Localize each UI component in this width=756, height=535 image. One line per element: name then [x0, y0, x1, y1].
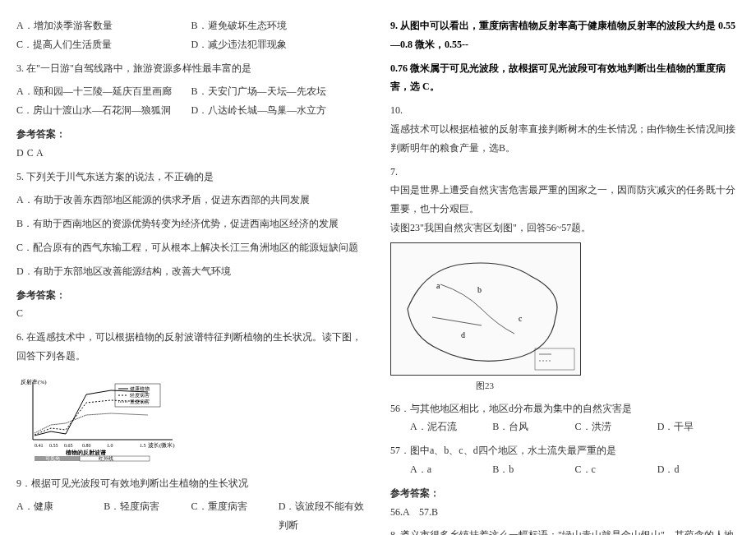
q57-text: 57．图中a、b、c、d四个地区，水土流失最严重的是: [390, 441, 740, 460]
choice-d: D．八达岭长城—鸟巢—水立方: [191, 101, 366, 120]
choice-a: A．颐和园—十三陵—延庆百里画廊: [16, 82, 191, 101]
choice-a: A．健康: [16, 497, 104, 535]
svg-text:1.0: 1.0: [107, 443, 113, 448]
choice-c: C．洪涝: [575, 417, 657, 436]
q6-text: 6. 在遥感技术中，可以根据植物的反射波谱特征判断植物的生长状况。读下图，回答下…: [16, 328, 366, 366]
svg-text:0.80: 0.80: [82, 443, 91, 448]
choice-b: B．避免破坏生态环境: [191, 16, 366, 35]
left-column: A．增加淡季游客数量 B．避免破坏生态环境 C．提高人们生活质量 D．减少违法犯…: [16, 16, 366, 535]
q3-answer: D C A: [16, 144, 366, 163]
map-caption: 图23: [390, 377, 579, 394]
choice-b: B．天安门广场—天坛—先农坛: [191, 82, 366, 101]
svg-text:b: b: [477, 285, 482, 294]
svg-text:a: a: [436, 281, 440, 290]
q7-text1: 中国是世界上遭受自然灾害危害最严重的国家之一，因而防灾减灾的任务既十分重要，也十…: [390, 181, 740, 219]
choice-c: C．提高人们生活质量: [16, 35, 191, 54]
svg-text:反射率(%): 反射率(%): [21, 379, 47, 385]
choice-c: C．重度病害: [191, 497, 279, 535]
q3-text: 3. 在"一日游"自驾线路中，旅游资源多样性最丰富的是: [16, 59, 366, 78]
q5-choice-c: C．配合原有的西气东输工程，可从根本上解决长江三角洲地区的能源短缺问题: [16, 238, 366, 257]
q9-text: 9．根据可见光波段可有效地判断出生植物的生长状况: [16, 474, 366, 493]
q5-choice-b: B．有助于西南地区的资源优势转变为经济优势，促进西南地区经济的发展: [16, 214, 366, 233]
choice-b: B．b: [492, 460, 574, 479]
svg-text:可见光: 可见光: [45, 456, 60, 461]
q10-exp: 遥感技术可以根据植被的反射率直接判断树木的生长情况；由作物生长情况间接判断明年的…: [390, 120, 740, 158]
q56-choices: A．泥石流 B．台风 C．洪涝 D．干旱: [390, 417, 740, 436]
svg-text:重度病害: 重度病害: [130, 399, 150, 404]
q5-answer: C: [16, 304, 366, 323]
q10-label: 10.: [390, 101, 740, 120]
q9-choices: A．健康 B．轻度病害 C．重度病害 D．该波段不能有效判断: [16, 497, 366, 535]
china-map: a b c d: [390, 242, 581, 376]
q56-text: 56．与其他地区相比，地区d分布最为集中的自然灾害是: [390, 399, 740, 418]
q5-choice-a: A．有助于改善东西部地区能源的供求矛盾，促进东西部的共同发展: [16, 191, 366, 210]
answer-label: 参考答案：: [390, 484, 740, 503]
q7-text2: 读图23"我国自然灾害区划图"，回答56~57题。: [390, 219, 740, 238]
svg-text:d: d: [461, 330, 465, 339]
svg-text:0.41: 0.41: [35, 443, 44, 448]
choice-c: C．房山十渡山水—石花洞—狼狐洞: [16, 101, 191, 120]
svg-text:c: c: [519, 314, 523, 323]
answer-label: 参考答案：: [16, 286, 366, 305]
choice-a: A．a: [410, 460, 492, 479]
right-column: 9. 从图中可以看出，重度病害植物反射率高于健康植物反射率的波段大约是 0.55…: [390, 16, 740, 535]
q57-choices: A．a B．b C．c D．d: [390, 460, 740, 479]
choice-d: D．干旱: [657, 417, 740, 436]
choice-d: D．d: [657, 460, 740, 479]
q3-choices: A．颐和园—十三陵—延庆百里画廊 B．天安门广场—天坛—先农坛 C．房山十渡山水…: [16, 82, 366, 120]
choice-b: B．台风: [492, 417, 574, 436]
svg-text:轻度病害: 轻度病害: [130, 392, 150, 398]
choice-c: C．c: [575, 460, 657, 479]
svg-text:植物的反射波谱: 植物的反射波谱: [65, 449, 106, 456]
choice-a: A．泥石流: [410, 417, 492, 436]
q-prev-choices: A．增加淡季游客数量 B．避免破坏生态环境 C．提高人们生活质量 D．减少违法犯…: [16, 16, 366, 54]
answer-label: 参考答案：: [16, 125, 366, 144]
svg-text:0.65: 0.65: [64, 443, 73, 448]
svg-rect-26: [535, 348, 574, 370]
q5-text: 5. 下列关于川气东送方案的说法，不正确的是: [16, 168, 366, 187]
svg-text:1.5: 1.5: [140, 443, 146, 448]
svg-text:波长(微米): 波长(微米): [148, 442, 175, 449]
q7-label: 7.: [390, 163, 740, 182]
choice-d: D．减少违法犯罪现象: [191, 35, 366, 54]
q9-red: 0.76 微米属于可见光波段，故根据可见光波段可有效地判断出生植物的重度病害，选…: [390, 59, 740, 97]
q9-top: 9. 从图中可以看出，重度病害植物反射率高于健康植物反射率的波段大约是 0.55…: [390, 16, 740, 54]
svg-text:红外线: 红外线: [99, 456, 113, 461]
choice-d: D．该波段不能有效判断: [279, 497, 366, 535]
choice-a: A．增加淡季游客数量: [16, 16, 191, 35]
q5657-answer: 56.A 57.B: [390, 503, 740, 522]
svg-rect-20: [80, 456, 150, 461]
choice-b: B．轻度病害: [104, 497, 191, 535]
svg-text:健康植物: 健康植物: [130, 385, 150, 391]
spectrum-chart: 反射率(%) 波长(微米) 0.41 0.55 0.65 0.80 1.0 1.…: [16, 374, 181, 464]
q5-choice-d: D．有助于东部地区改善能源结构，改善大气环境: [16, 262, 366, 281]
q8-text: 8. 遵义市很多乡镇挂着这么一幅标语："绿山青山就是金山银山"，其蕴含的人地关系…: [390, 526, 740, 535]
svg-text:0.55: 0.55: [49, 443, 58, 448]
